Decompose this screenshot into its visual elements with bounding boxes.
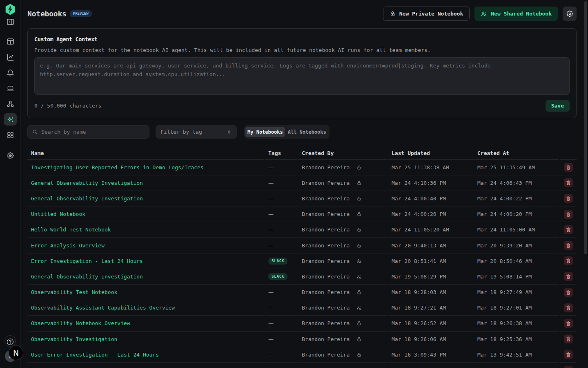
delete-notebook-button[interactable] (564, 210, 573, 219)
tag-empty-dash: — (268, 352, 274, 358)
custom-agent-context-card: Custom Agent Context Provide custom cont… (27, 28, 577, 118)
context-card-title: Custom Agent Context (34, 36, 570, 43)
created-at-cell: Mar 25 11:35:49 AM (477, 159, 550, 175)
delete-notebook-button[interactable] (564, 288, 573, 297)
sidebar-item-bell[interactable] (4, 67, 17, 79)
notebook-settings-button[interactable] (563, 7, 577, 21)
new-shared-notebook-button[interactable]: New Shared Notebook (474, 7, 558, 21)
lock-icon (356, 165, 362, 170)
column-header-last-updated[interactable]: Last Updated (392, 147, 477, 159)
vertical-scrollbar-thumb[interactable] (584, 1, 587, 254)
notebook-name-link[interactable]: Observability Test Notebook (31, 289, 117, 295)
sidebar-item-gear[interactable] (4, 149, 17, 162)
creator-name: Brandon Pereira (302, 211, 350, 217)
table-icon (6, 37, 15, 46)
last-updated-cell: Mar 19 5:08:29 PM (392, 269, 477, 284)
last-updated-cell: Mar 24 11:05:20 AM (392, 222, 477, 238)
delete-notebook-button[interactable] (564, 334, 573, 343)
tab-all-notebooks[interactable]: All Notebooks (286, 127, 328, 137)
delete-notebook-button[interactable] (564, 194, 573, 203)
table-row[interactable]: User Error Investigation - Last 24 Hours… (27, 347, 577, 362)
delete-notebook-button[interactable] (564, 241, 573, 250)
last-updated-cell: Mar 25 11:38:38 AM (392, 159, 477, 175)
table-row[interactable]: Observability Notebook Overview — Brando… (27, 316, 577, 331)
notebook-name-link[interactable]: General Observability Investigation (31, 180, 143, 186)
sidebar-item-chart-scatter[interactable] (4, 51, 17, 63)
notebook-name-link[interactable]: Untitled Notebook (31, 211, 85, 217)
agent-context-textarea[interactable] (34, 57, 570, 95)
delete-notebook-button[interactable] (564, 272, 573, 281)
notebook-name-link[interactable]: General Observability Investigation (31, 274, 143, 280)
app-logo hexagon-bolt-logo-icon[interactable] (5, 4, 16, 15)
last-updated-cell: Mar 24 4:00:20 PM (392, 206, 477, 222)
table-row[interactable]: Observability Investigation — Brandon Pe… (27, 331, 577, 347)
notebook-name-link[interactable]: Error Analysis Overview (31, 242, 105, 249)
tab-my-notebooks[interactable]: My Notebooks (245, 127, 285, 137)
tag-filter-select[interactable]: Filter by tag (156, 125, 237, 139)
chart-scatter-icon (6, 53, 15, 62)
sparkles-icon (6, 115, 15, 124)
tag-empty-dash: — (268, 289, 274, 295)
delete-notebook-button[interactable] (564, 366, 573, 368)
notebook-name-link[interactable]: General Observability Investigation (31, 195, 143, 202)
tag-filter-value: Filter by tag (160, 129, 202, 135)
table-row[interactable]: Hello World Test Notebook — Brandon Pere… (27, 222, 577, 238)
notebook-name-link[interactable]: Observability Assistant Capabilities Ove… (31, 305, 175, 311)
sidebar-item-laptop[interactable] (4, 82, 17, 94)
notebook-name-link[interactable]: Error Investigation - Last 24 Hours (31, 258, 143, 264)
table-row[interactable]: Error Analysis Overview — Brandon Pereir… (27, 238, 577, 253)
help-button[interactable] (4, 335, 16, 347)
tag-empty-dash: — (268, 180, 274, 186)
notebook-name-link[interactable]: User Error Investigation - Last 24 Hours (31, 352, 159, 358)
search-input[interactable] (41, 129, 145, 135)
trash-icon (566, 242, 571, 248)
laptop-icon (6, 84, 15, 93)
sidebar-item-sparkles[interactable] (4, 113, 17, 126)
notebooks-scope-tabs: My NotebooksAll Notebooks (244, 125, 330, 139)
table-row[interactable]: General Observability Investigation — Br… (27, 175, 577, 191)
table-row[interactable]: — Brandon Pereira (27, 362, 577, 368)
main-area: Notebooks PREVIEW New Private Notebook N… (20, 0, 588, 368)
column-header-name[interactable]: Name (27, 147, 268, 159)
page-content: Notebooks PREVIEW New Private Notebook N… (27, 0, 577, 368)
notebook-name-link[interactable]: Hello World Test Notebook (31, 227, 111, 233)
sidebar-item-panel-right[interactable] (4, 16, 17, 28)
created-at-cell: Mar 24 11:05:00 AM (477, 222, 550, 238)
lock-icon (356, 227, 362, 232)
header-actions: New Private Notebook New Shared Notebook (383, 7, 577, 21)
lock-icon (356, 243, 362, 248)
save-button[interactable]: Save (546, 100, 570, 112)
creator-name: Brandon Pereira (302, 258, 350, 264)
sidebar-item-cluster[interactable] (4, 98, 17, 110)
table-row[interactable]: General Observability Investigation SLAC… (27, 269, 577, 284)
delete-notebook-button[interactable] (564, 163, 573, 172)
table-row[interactable]: Observability Test Notebook — Brandon Pe… (27, 285, 577, 300)
notebook-name-link[interactable]: Investigating User-Reported Errors in De… (31, 164, 204, 171)
table-row[interactable]: Untitled Notebook — Brandon Pereira Mar … (27, 206, 577, 222)
lock-icon (356, 211, 362, 217)
sidebar-item-apps-grid[interactable] (4, 129, 17, 141)
table-row[interactable]: Error Investigation - Last 24 Hours SLAC… (27, 253, 577, 269)
table-row[interactable]: Observability Assistant Capabilities Ove… (27, 300, 577, 316)
last-updated-cell: Mar 18 9:27:21 AM (392, 300, 477, 316)
new-private-notebook-button[interactable]: New Private Notebook (383, 7, 470, 21)
table-row[interactable]: Investigating User-Reported Errors in De… (27, 159, 577, 175)
notebook-name-link[interactable]: Observability Notebook Overview (31, 320, 130, 326)
created-at-cell: Mar 18 9:27:01 AM (477, 300, 550, 316)
tag-empty-dash: — (268, 227, 274, 233)
delete-notebook-button[interactable] (564, 225, 573, 234)
column-header-actions (550, 147, 577, 159)
table-row[interactable]: General Observability Investigation — Br… (27, 191, 577, 206)
delete-notebook-button[interactable] (564, 256, 573, 265)
search-box[interactable] (27, 125, 149, 139)
sidebar-item-table[interactable] (4, 35, 17, 47)
column-header-created-at[interactable]: Created At (477, 147, 550, 159)
delete-notebook-button[interactable] (564, 178, 573, 187)
avatar-front-initial: N (13, 348, 19, 357)
delete-notebook-button[interactable] (564, 350, 573, 359)
delete-notebook-button[interactable] (564, 303, 573, 312)
column-header-tags[interactable]: Tags (268, 147, 302, 159)
delete-notebook-button[interactable] (564, 319, 573, 328)
column-header-created-by[interactable]: Created By (302, 147, 392, 159)
notebook-name-link[interactable]: Observability Investigation (31, 336, 117, 342)
